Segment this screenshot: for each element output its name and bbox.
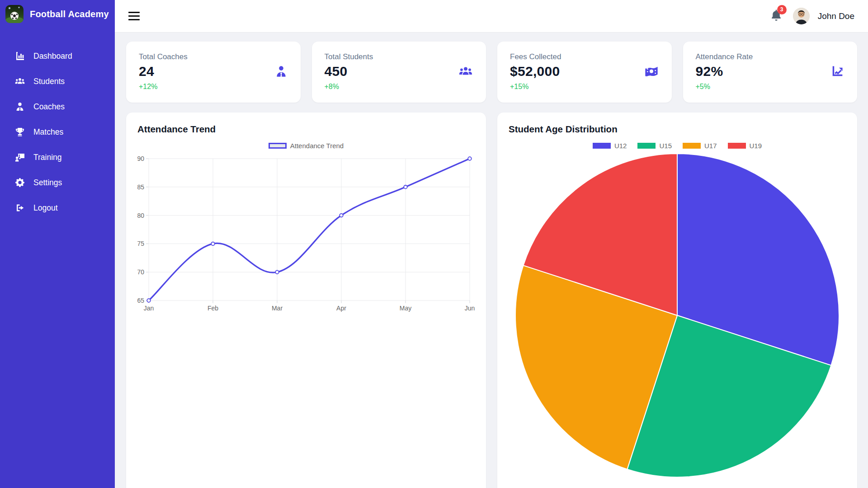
legend-swatch (269, 143, 287, 149)
trophy-icon (15, 127, 25, 136)
charts-row: Attendance Trend Attendance Trend 657075… (126, 113, 857, 488)
sidebar-item-label: Logout (33, 203, 58, 213)
svg-text:90: 90 (137, 155, 144, 162)
notification-badge: 3 (777, 5, 787, 14)
age-pie-chart[interactable] (509, 153, 846, 483)
avatar[interactable] (793, 8, 810, 24)
stats-row: Total Coaches 24 +12% Total Students 450… (126, 42, 857, 103)
user-tie-icon (275, 66, 287, 79)
svg-text:85: 85 (137, 183, 144, 191)
legend-item-u19[interactable]: U19 (728, 142, 762, 150)
stat-delta: +8% (325, 83, 474, 91)
attendance-trend-card: Attendance Trend Attendance Trend 657075… (126, 113, 486, 488)
stat-delta: +12% (139, 83, 288, 91)
hamburger-icon[interactable] (128, 12, 140, 20)
stat-card-total-students: Total Students 450 +8% (312, 42, 486, 103)
sidebar-item-coaches[interactable]: Coaches (0, 94, 115, 119)
user-name[interactable]: John Doe (818, 11, 854, 21)
svg-text:Mar: Mar (272, 305, 283, 312)
chalkboard-user-icon (15, 153, 25, 162)
stat-card-total-coaches: Total Coaches 24 +12% (126, 42, 301, 103)
svg-text:Feb: Feb (208, 305, 218, 312)
users-icon (15, 77, 25, 86)
logout-icon (15, 203, 25, 212)
stat-label: Total Students (325, 52, 474, 61)
stat-value: 92% (696, 64, 845, 79)
sidebar-item-training[interactable]: Training (0, 145, 115, 170)
gear-icon (15, 178, 25, 187)
sidebar-item-label: Coaches (33, 102, 65, 112)
chart-line-up-icon (831, 65, 844, 79)
notifications-button[interactable]: 3 (770, 9, 782, 23)
legend-item-attendance-trend[interactable]: Attendance Trend (269, 142, 344, 150)
sidebar-item-matches[interactable]: Matches (0, 119, 115, 145)
legend-label: U17 (704, 142, 717, 150)
bell-icon (770, 15, 782, 23)
legend-label: U12 (614, 142, 627, 150)
stat-delta: +5% (696, 83, 845, 91)
stat-label: Total Coaches (139, 52, 288, 61)
legend-swatch (637, 143, 656, 149)
svg-text:Jan: Jan (144, 305, 154, 312)
football-logo (5, 5, 24, 23)
chart-column-icon (15, 52, 25, 61)
sidebar-item-label: Training (33, 153, 62, 162)
svg-text:Apr: Apr (336, 305, 346, 312)
svg-text:May: May (400, 305, 411, 312)
svg-text:70: 70 (137, 268, 144, 276)
top-header: 3 John Doe (115, 0, 868, 32)
chart-title: Student Age Distribution (509, 124, 846, 135)
svg-text:80: 80 (137, 212, 144, 219)
sidebar-nav: Dashboard Students (0, 43, 115, 221)
sidebar-item-label: Dashboard (33, 52, 72, 61)
stat-delta: +15% (510, 83, 659, 91)
svg-text:65: 65 (137, 297, 144, 304)
sidebar-item-logout[interactable]: Logout (0, 195, 115, 221)
sidebar-item-dashboard[interactable]: Dashboard (0, 43, 115, 69)
svg-text:Jun: Jun (465, 305, 475, 312)
legend-item-u17[interactable]: U17 (683, 142, 717, 150)
users-icon (459, 65, 472, 79)
pie-chart-legend: U12U15U17U19 (509, 142, 846, 150)
sidebar-item-label: Students (33, 77, 65, 86)
sidebar-item-label: Matches (33, 127, 63, 137)
chart-title: Attendance Trend (137, 124, 475, 135)
sidebar-item-settings[interactable]: Settings (0, 170, 115, 195)
line-chart-legend: Attendance Trend (137, 142, 475, 150)
sidebar-item-students[interactable]: Students (0, 69, 115, 94)
header-right: 3 John Doe (770, 8, 854, 24)
user-tie-icon (15, 102, 25, 111)
legend-label: U19 (750, 142, 762, 150)
money-bill-icon (645, 66, 658, 79)
legend-swatch (683, 143, 701, 149)
stat-card-fees-collected: Fees Collected $52,000 +15% (497, 42, 672, 103)
legend-swatch (728, 143, 746, 149)
sidebar-item-label: Settings (33, 178, 62, 188)
brand-title: Football Academy (30, 9, 109, 19)
stat-card-attendance-rate: Attendance Rate 92% +5% (683, 42, 858, 103)
legend-label: U15 (659, 142, 672, 150)
brand: Football Academy (0, 0, 115, 28)
legend-item-u12[interactable]: U12 (593, 142, 627, 150)
legend-item-u15[interactable]: U15 (637, 142, 672, 150)
legend-swatch (593, 143, 611, 149)
stat-label: Attendance Rate (696, 52, 845, 61)
stat-value: 450 (325, 64, 474, 79)
sidebar: Football Academy Dashboard (0, 0, 115, 488)
stat-value: $52,000 (510, 64, 659, 79)
legend-label: Attendance Trend (290, 142, 344, 150)
main-content: Total Coaches 24 +12% Total Students 450… (115, 32, 868, 488)
attendance-line-chart[interactable]: 657075808590JanFebMarAprMayJun (137, 153, 475, 312)
stat-label: Fees Collected (510, 52, 659, 61)
stat-value: 24 (139, 64, 288, 79)
svg-text:75: 75 (137, 240, 144, 247)
age-distribution-card: Student Age Distribution U12U15U17U19 (497, 113, 857, 488)
